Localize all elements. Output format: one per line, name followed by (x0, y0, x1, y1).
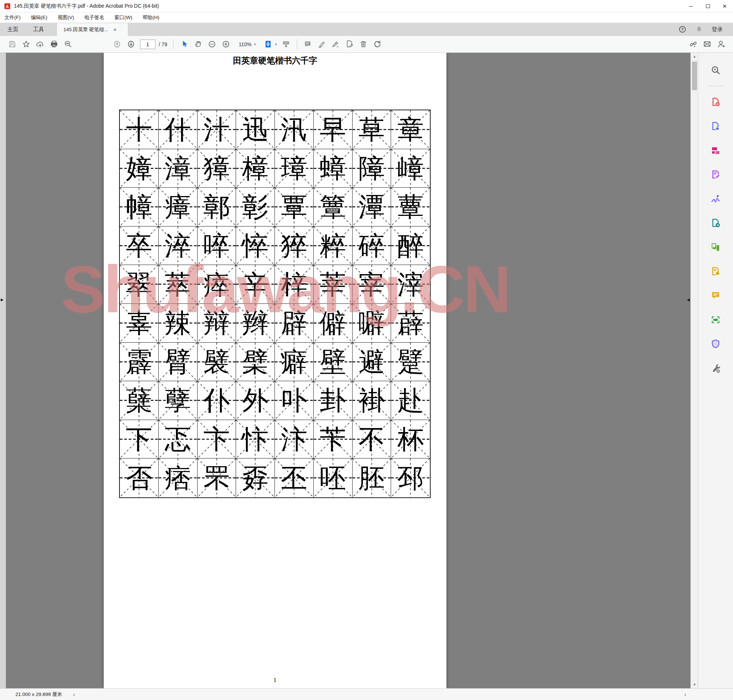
menu-item-1[interactable]: 编辑(E) (31, 14, 47, 21)
previous-page-button[interactable] (110, 37, 124, 51)
highlight-button[interactable] (315, 37, 329, 51)
select-tool-button[interactable] (177, 37, 191, 51)
comment-button[interactable] (301, 37, 315, 51)
sidebar-tool-combine-files[interactable] (705, 238, 726, 256)
scroll-left-icon[interactable]: ‹ (73, 691, 75, 697)
calligraphy-character: 十 (120, 110, 158, 149)
person-plus-icon (717, 40, 725, 49)
scroll-down-icon[interactable]: ▼ (691, 681, 698, 688)
scroll-right-icon[interactable]: › (684, 691, 686, 697)
vertical-scrollbar[interactable]: ▲ ▼ (690, 53, 698, 688)
calligraphy-character: 璋 (275, 149, 314, 188)
calligraphy-character: 卟 (275, 381, 314, 420)
calligraphy-character: 褂 (353, 381, 391, 420)
grid-cell-r4c8: 醉 (391, 226, 430, 265)
calligraphy-character: 淬 (159, 226, 197, 265)
menu-item-3[interactable]: 电子签名 (84, 14, 104, 21)
zoom-in-button[interactable] (219, 37, 233, 51)
grid-cell-r1c1: 十 (120, 110, 159, 149)
sidebar-tool-create-pdf[interactable] (705, 93, 726, 111)
sidebar-divider (707, 86, 724, 86)
s-protect-icon (711, 339, 721, 349)
sidebar-tool-organize-pages[interactable] (705, 141, 726, 159)
grid-cell-r7c1: 霹 (120, 343, 159, 381)
help-icon[interactable]: ? (679, 25, 686, 33)
menu-item-2[interactable]: 视图(V) (57, 14, 74, 21)
close-button[interactable]: × (716, 0, 733, 12)
maximize-button[interactable] (699, 0, 716, 12)
menu-item-5[interactable]: 帮助(H) (143, 14, 159, 21)
calligraphy-character: 躄 (391, 343, 430, 381)
tab-tools[interactable]: 工具 (26, 23, 51, 36)
email-button[interactable] (700, 37, 714, 51)
scrollbar-thumb[interactable] (692, 62, 697, 90)
calligraphy-character: 障 (353, 149, 391, 188)
notifications-bell-icon[interactable] (695, 26, 703, 33)
grid-cell-r9c3: 卞 (197, 420, 236, 459)
save-button[interactable] (5, 37, 19, 51)
sign-in-button[interactable]: 登录 (712, 26, 723, 33)
add-user-button[interactable] (714, 37, 728, 51)
calligraphy-character: 否 (120, 459, 158, 497)
calligraphy-character: 癖 (275, 343, 314, 381)
right-panel-collapser-icon[interactable]: ◀ (687, 298, 690, 301)
status-bar: 21.000 x 29.699 厘米 ‹ › (0, 688, 733, 700)
grid-cell-r7c8: 躄 (391, 343, 430, 381)
sidebar-tool-search-tools[interactable] (705, 61, 726, 79)
tab-home[interactable]: 主页 (0, 23, 26, 36)
search-button[interactable] (61, 37, 75, 51)
hand-tool-button[interactable] (191, 37, 205, 51)
sidebar-tool-fill-and-sign[interactable] (705, 190, 726, 208)
zoom-out-button[interactable] (205, 37, 219, 51)
menu-item-0[interactable]: 文件(F) (4, 14, 21, 21)
grid-cell-r10c2: 痞 (159, 459, 197, 497)
menu-item-4[interactable]: 窗口(W) (114, 14, 132, 21)
delete-page-button[interactable] (356, 37, 371, 51)
calligraphy-character: 辣 (159, 304, 197, 342)
print-button[interactable] (47, 37, 61, 51)
zoom-level-value: 110% (238, 41, 252, 47)
calligraphy-character: 漳 (159, 149, 197, 188)
page-controls-button[interactable] (279, 37, 293, 51)
next-page-button[interactable] (124, 37, 138, 51)
sidebar-tool-scan-ocr[interactable] (705, 310, 726, 329)
fit-width-button[interactable]: ▾ (262, 37, 279, 51)
calligraphy-character: 赴 (391, 381, 430, 420)
share-upload-button[interactable] (33, 37, 47, 51)
scroll-up-icon[interactable]: ▲ (691, 53, 698, 60)
page-controls-icon (282, 40, 290, 49)
tab-close-icon[interactable]: × (113, 26, 116, 32)
calligraphy-character: 嫜 (120, 149, 158, 188)
page-number-input[interactable] (140, 40, 155, 49)
sidebar-tool-edit-pdf[interactable] (705, 165, 726, 184)
s-create-icon (711, 97, 721, 107)
sidebar-tool-export-pdf[interactable] (705, 117, 726, 135)
calligraphy-character: 蟑 (314, 149, 352, 188)
sidebar-tool-request-signatures[interactable] (705, 262, 726, 280)
calligraphy-character: 忑 (159, 420, 197, 459)
edit-page-button[interactable] (343, 37, 356, 51)
refresh-button[interactable] (371, 37, 384, 51)
fill-sign-button[interactable] (329, 37, 343, 51)
toolbar-divider (297, 39, 297, 50)
sidebar-tool-more-tools[interactable] (705, 359, 726, 377)
s-wrench-icon (711, 363, 721, 373)
sidebar-tool-send-file[interactable] (705, 214, 726, 232)
share-link-button[interactable] (686, 37, 700, 51)
calligraphy-character: 杯 (391, 420, 430, 459)
tab-document-label: 145.田英章 硬笔楷... (63, 26, 108, 33)
hand-icon (194, 40, 202, 49)
grid-cell-r1c2: 什 (159, 110, 197, 149)
tab-document[interactable]: 145.田英章 硬笔楷... × (56, 23, 128, 36)
grid-cell-r1c5: 汛 (275, 110, 314, 149)
grid-cell-r3c7: 潭 (353, 188, 392, 226)
calligraphy-character: 孽 (159, 381, 197, 420)
left-panel-strip: ▶ (0, 53, 6, 688)
star-favorites-button[interactable] (19, 37, 33, 51)
zoom-level-dropdown[interactable]: 110%▾ (238, 41, 255, 47)
left-panel-expander-icon[interactable]: ▶ (1, 298, 4, 301)
minimize-button[interactable]: ─ (682, 0, 699, 12)
sidebar-tool-protect[interactable] (705, 335, 726, 353)
sidebar-tool-comment-tool[interactable] (705, 286, 726, 304)
document-view-area[interactable]: 田英章硬笔楷书六千字 十什汁迅汛早草章嫜漳獐樟璋蟑障嶂幛瘴鄣彰覃簟潭蕈卒淬啐悴猝… (6, 53, 690, 688)
